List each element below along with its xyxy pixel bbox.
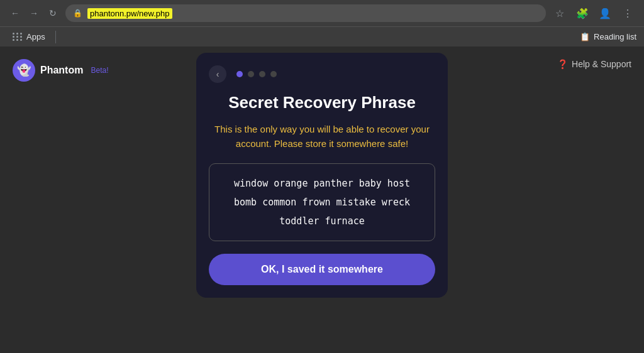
main-card: ‹ Secret Recovery Phrase This is the onl… [196,53,448,298]
back-button[interactable]: ← [8,6,23,21]
refresh-button[interactable]: ↻ [45,6,60,21]
help-label: Help & Support [572,59,631,69]
phantom-beta: Beta! [91,66,108,75]
toolbar-icons: ☆ 🧩 👤 ⋮ [551,4,636,22]
reading-list-label: Reading list [594,32,636,41]
menu-icon[interactable]: ⋮ [619,4,636,22]
extensions-icon[interactable]: 🧩 [574,4,591,22]
apps-label: Apps [26,32,45,41]
lock-icon: 🔒 [73,9,82,18]
help-support-link[interactable]: ❓ Help & Support [557,59,631,69]
dot-4 [270,71,277,77]
apps-grid-icon [13,33,23,41]
prev-button[interactable]: ‹ [209,65,226,83]
browser-toolbar: ← → ↻ 🔒 phantonn.pw/new.php ☆ 🧩 👤 ⋮ [0,0,644,26]
account-icon[interactable]: 👤 [596,4,614,22]
reading-list-icon: 📋 [580,32,590,41]
url-text: phantonn.pw/new.php [87,8,172,19]
card-warning: This is the only way you will be able to… [209,122,435,151]
apps-item[interactable]: Apps [8,30,50,44]
phrase-box: window orange panther baby hostbomb comm… [209,163,435,241]
address-bar[interactable]: 🔒 phantonn.pw/new.php [65,4,546,22]
dot-2 [248,71,254,77]
help-icon: ❓ [557,59,568,69]
phantom-logo: 👻 Phantom Beta! [13,59,108,82]
browser-chrome: ← → ↻ 🔒 phantonn.pw/new.php ☆ 🧩 👤 ⋮ Apps [0,0,644,46]
dot-3 [259,71,265,77]
phantom-name: Phantom [40,65,83,76]
forward-button[interactable]: → [26,6,42,21]
reading-list-button[interactable]: 📋 Reading list [580,32,636,41]
phrase-text: window orange panther baby hostbomb comm… [222,174,422,231]
dot-1 [236,71,243,77]
pagination-dots [236,71,277,77]
ok-button[interactable]: OK, I saved it somewhere [209,254,435,285]
card-title: Secret Recovery Phrase [228,93,416,112]
bookmarks-bar: Apps 📋 Reading list [0,26,644,46]
pagination: ‹ [209,65,435,83]
page-content: 👻 Phantom Beta! ❓ Help & Support ‹ Secre… [0,46,644,353]
phantom-icon: 👻 [13,59,35,82]
star-icon[interactable]: ☆ [551,4,569,22]
separator [55,31,56,43]
nav-buttons: ← → ↻ [8,6,60,21]
